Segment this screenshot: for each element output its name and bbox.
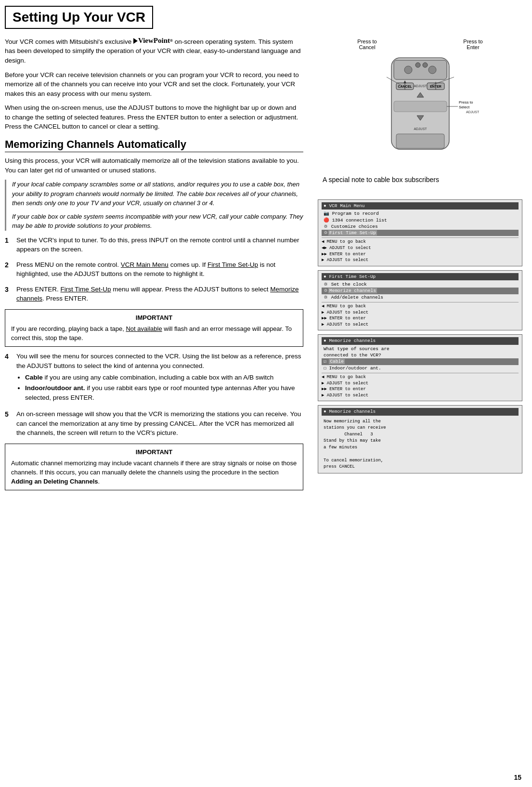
memorize-heading: Memorizing Channels Automatically [5,138,303,152]
step-4-bullet-2: Indoor/outdoor ant. if you use rabbit ea… [25,383,303,402]
step-3: 3 Press ENTER. First Time Set-Up menu wi… [5,285,303,303]
memorize-intro: Using this process, your VCR will automa… [5,156,303,175]
step-2-content: Press MENU on the remote control. VCR Ma… [16,260,303,279]
screen-menu-vcr-main: ● VCR Main Menu 📷 Program to record 🔴 13… [318,199,522,266]
screen-menus: ● VCR Main Menu 📷 Program to record 🔴 13… [318,199,522,473]
steps-list: 1 Set the VCR's input to tuner. To do th… [5,236,303,491]
step-1-number: 1 [5,236,16,254]
intro-paragraph-3: When using the on-screen menus, use the … [5,103,303,131]
svg-text:ADJUST: ADJUST [414,84,427,88]
step-1: 1 Set the VCR's input to tuner. To do th… [5,236,303,254]
svg-rect-1 [394,60,447,79]
step-1-content: Set the VCR's input to tuner. To do this… [16,236,303,254]
screen-menu-memorize-2: ● Memorize channels Now memorizing all t… [318,405,522,473]
cable-box-note: A special note to cable box subscribers [318,175,522,185]
svg-text:ADJUST: ADJUST [466,110,480,114]
svg-point-4 [423,63,428,67]
step-4: 4 You will see the menu for sources conn… [5,352,303,404]
important-title-2: IMPORTANT [11,448,297,457]
screen-menu-first-time: ● First Time Set-Up ⛭ Set the clock ⛭Mem… [318,270,522,331]
important-text-1: If you are recording, playing back a tap… [11,325,297,343]
press-cancel-label: Press to Cancel [348,39,387,50]
cable-note-p2: If your cable box or cable system seems … [12,212,303,231]
intro-paragraph-1: Your VCR comes with Mitsubishi's exclusi… [5,36,303,66]
step-4-content: You will see the menu for sources connec… [16,352,303,404]
step-2: 2 Press MENU on the remote control. VCR … [5,260,303,279]
svg-rect-14 [394,101,447,112]
step-5: 5 An on-screen message will show you tha… [5,409,303,438]
step-4-bullet-1: Cable if you are using any cable combina… [25,373,303,382]
step-3-content: Press ENTER. First Time Set-Up menu will… [16,285,303,303]
screen-menu-memorize-1: ● Memorize channels What type of sources… [318,334,522,401]
step-4-number: 4 [5,352,16,404]
important-title-1: IMPORTANT [11,314,297,323]
press-enter-label: Press to Enter [454,39,493,50]
remote-diagram-area: Press to Cancel Press to Enter [318,39,522,165]
svg-text:ADJUST: ADJUST [414,127,427,131]
step-4-bullets: Cable if you are using any cable combina… [25,373,303,403]
step-5-content: An on-screen message will show you that … [16,409,303,438]
svg-point-2 [404,66,412,74]
cable-note-p1: If your local cable company scrambles so… [12,180,303,208]
svg-text:Press to: Press to [459,100,473,105]
step-2-number: 2 [5,260,16,279]
step-3-number: 3 [5,285,16,303]
important-text-2: Automatic channel memorizing may include… [11,459,297,486]
important-box-1: IMPORTANT If you are recording, playing … [5,309,303,347]
cable-note-block: If your local cable company scrambles so… [5,180,303,231]
svg-rect-15 [396,134,444,148]
svg-point-3 [415,63,420,67]
page-title: Setting Up Your VCR [5,6,153,29]
svg-text:Select: Select [459,105,470,109]
step-5-number: 5 [5,409,16,438]
page-number: 15 [514,774,521,781]
important-box-2: IMPORTANT Automatic channel memorizing m… [5,444,303,490]
intro-paragraph-2: Before your VCR can receive television c… [5,70,303,99]
remote-svg-container: CANCEL ENTER ADJUST ADJUST [348,53,493,165]
svg-point-5 [428,66,436,74]
